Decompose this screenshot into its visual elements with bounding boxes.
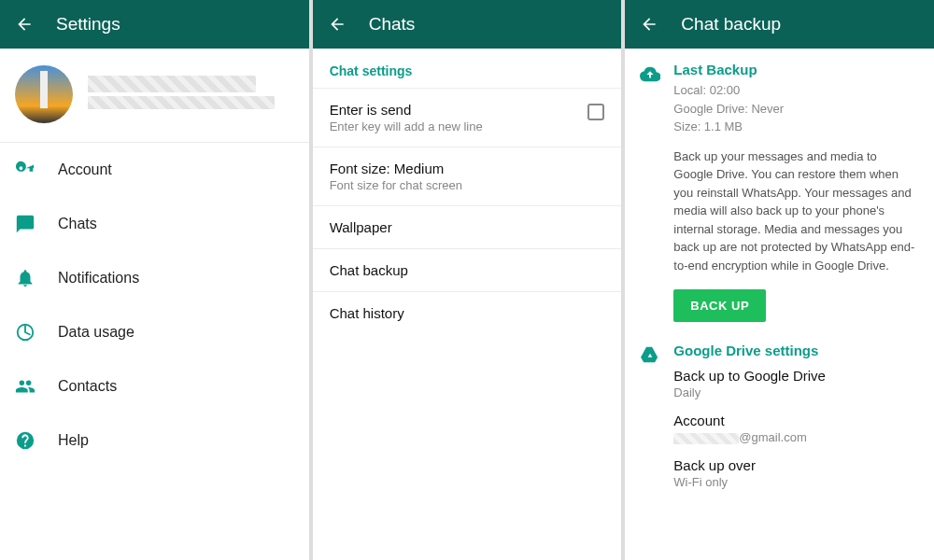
chat-item-chat-backup[interactable]: Chat backup [313,248,622,291]
settings-panel: Settings Account Chats [0,0,309,560]
back-up-button[interactable]: BACK UP [673,289,766,322]
appbar-chats: Chats [313,0,622,49]
back-arrow-icon[interactable] [328,15,347,34]
avatar [15,65,73,123]
settings-item-chats[interactable]: Chats [0,197,309,251]
gdrive-settings-section: Google Drive settings Back up to Google … [625,328,934,493]
blurred-email-prefix [673,433,739,444]
settings-item-help[interactable]: Help [0,413,309,468]
back-arrow-icon[interactable] [640,15,658,34]
gdrive-heading: Google Drive settings [673,343,919,358]
bell-icon [15,268,35,288]
settings-label: Notifications [58,270,139,287]
chat-backup-panel: Chat backup Last Backup Local: 02:00 Goo… [625,0,934,560]
chat-settings-header: Chat settings [313,49,622,88]
item-title: Chat backup [330,262,605,278]
settings-item-account[interactable]: Account [0,143,309,197]
contacts-icon [15,376,35,397]
last-backup-section: Last Backup Local: 02:00 Google Drive: N… [625,49,934,328]
settings-item-notifications[interactable]: Notifications [0,251,309,305]
account-email: @gmail.com [673,430,919,444]
back-arrow-icon[interactable] [15,15,34,34]
item-title: Font size: Medium [330,161,605,176]
appbar-title: Chats [369,14,416,35]
google-drive-icon [640,344,660,365]
appbar-title: Settings [56,14,120,35]
item-subtitle: Font size for chat screen [330,178,605,192]
chat-icon [15,214,35,234]
chat-item-font-size[interactable]: Font size: Medium Font size for chat scr… [313,147,622,205]
last-backup-meta: Local: 02:00 Google Drive: Never Size: 1… [673,81,919,136]
cloud-upload-icon [640,63,660,84]
checkbox-enter-is-send[interactable] [587,104,604,120]
settings-label: Chats [58,216,97,232]
settings-label: Account [58,161,112,178]
item-title: Wallpaper [330,219,605,235]
chat-item-wallpaper[interactable]: Wallpaper [313,205,622,248]
gdrive-item-backup-to[interactable]: Back up to Google Drive Daily [673,358,919,403]
profile-row[interactable] [0,49,309,143]
item-subtitle: Enter key will add a new line [330,119,577,133]
chat-item-enter-is-send[interactable]: Enter is send Enter key will add a new l… [313,88,622,147]
appbar-chat-backup: Chat backup [625,0,934,49]
settings-label: Contacts [58,378,117,395]
help-icon [15,430,35,451]
chats-panel: Chats Chat settings Enter is send Enter … [313,0,622,560]
item-title: Enter is send [330,102,577,118]
settings-label: Help [58,432,89,449]
last-backup-heading: Last Backup [673,62,919,77]
gdrive-item-backup-over[interactable]: Back up over Wi-Fi only [673,448,919,493]
gdrive-item-account[interactable]: Account @gmail.com [673,403,919,448]
settings-label: Data usage [58,324,134,341]
appbar-title: Chat backup [681,14,781,35]
backup-description: Back up your messages and media to Googl… [673,147,919,275]
item-title: Chat history [330,305,605,321]
settings-item-contacts[interactable]: Contacts [0,359,309,413]
chat-item-chat-history[interactable]: Chat history [313,291,622,334]
profile-name-blurred [88,76,294,113]
key-icon [15,160,35,180]
data-icon [15,322,35,343]
appbar-settings: Settings [0,0,309,49]
settings-item-data-usage[interactable]: Data usage [0,305,309,359]
